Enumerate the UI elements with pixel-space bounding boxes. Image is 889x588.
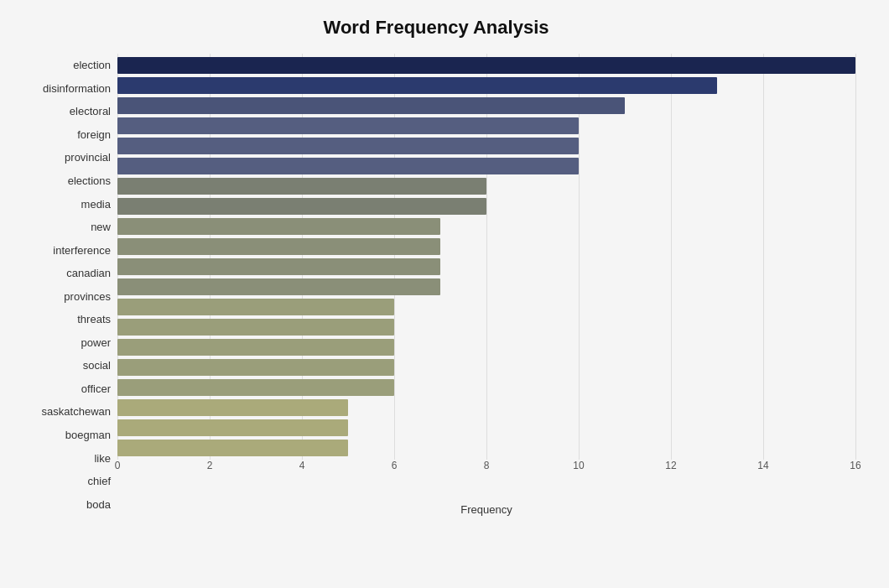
y-label: canadian [66, 263, 111, 284]
y-label: provincial [65, 147, 111, 169]
x-tick: 12 [665, 460, 676, 471]
y-label: power [81, 331, 111, 353]
y-label: social [83, 355, 111, 377]
bar [117, 178, 486, 195]
bar [117, 419, 348, 436]
x-tick: 2 [207, 460, 213, 471]
y-label: elections [68, 170, 111, 192]
bar [117, 198, 486, 215]
x-tick: 0 [115, 460, 121, 471]
chart-area: electiondisinformationelectoralforeignpr… [17, 54, 855, 516]
bar-row [117, 257, 855, 277]
bar [117, 138, 579, 154]
bar-row [117, 317, 855, 337]
bar-row [117, 116, 855, 136]
x-tick: 8 [484, 460, 490, 471]
grid-line [855, 54, 856, 460]
bar-row [117, 237, 855, 257]
y-label: media [81, 193, 111, 215]
y-label: election [73, 55, 111, 76]
x-tick: 14 [757, 460, 768, 471]
bar-row [117, 418, 855, 438]
grid-and-bars [117, 54, 855, 460]
bar-row [117, 377, 855, 398]
y-label: provinces [64, 285, 111, 307]
x-axis-label: Frequency [117, 503, 855, 516]
bar [117, 278, 440, 295]
x-axis: 0246810121416 [117, 460, 855, 485]
bar-row [117, 176, 855, 196]
x-tick: 6 [392, 460, 398, 471]
bar [117, 117, 579, 134]
y-label: saskatchewan [42, 401, 111, 423]
bar-row [117, 136, 855, 156]
bar-row [117, 438, 855, 458]
bar [117, 379, 394, 396]
y-label: electoral [70, 101, 111, 122]
y-label: foreign [77, 123, 111, 145]
bar-row [117, 277, 855, 297]
y-label: boda [86, 493, 111, 515]
bar [117, 258, 440, 275]
bar-row [117, 55, 855, 75]
chart-container: Word Frequency Analysis electiondisinfor… [0, 0, 889, 588]
bar [117, 299, 394, 315]
bar-row [117, 398, 855, 418]
bar [117, 440, 348, 456]
y-label: disinformation [43, 77, 111, 99]
y-label: boegman [65, 424, 111, 446]
y-label: new [91, 216, 111, 238]
plot-area: 0246810121416 Frequency [117, 54, 855, 516]
bar-row [117, 156, 855, 176]
bar-row [117, 357, 855, 377]
y-label: chief [88, 471, 111, 492]
x-tick: 10 [573, 460, 584, 471]
bar [117, 97, 625, 114]
bar-row [117, 75, 855, 96]
bars-container [117, 54, 855, 460]
y-label: interference [53, 239, 111, 261]
bar-row [117, 96, 855, 116]
chart-title: Word Frequency Analysis [17, 17, 855, 39]
bar-row [117, 337, 855, 357]
bar-row [117, 216, 855, 237]
bar-row [117, 196, 855, 216]
bar [117, 218, 440, 235]
bar [117, 339, 394, 356]
bar [117, 359, 394, 376]
bar [117, 399, 348, 416]
y-label: like [94, 447, 111, 469]
y-label: officer [81, 377, 111, 399]
bar-row [117, 297, 855, 317]
bar [117, 238, 440, 255]
bar [117, 158, 579, 174]
bar [117, 319, 394, 336]
bar [117, 57, 855, 74]
x-tick: 16 [850, 460, 860, 471]
y-label: threats [77, 309, 111, 330]
bar [117, 77, 717, 94]
y-labels: electiondisinformationelectoralforeignpr… [17, 54, 117, 516]
x-tick: 4 [299, 460, 305, 471]
